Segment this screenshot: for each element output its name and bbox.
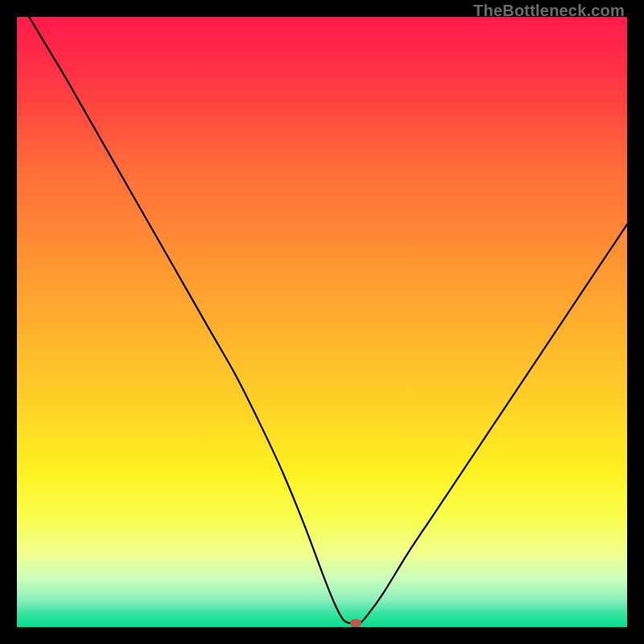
plot-area <box>17 17 627 627</box>
chart-frame: TheBottleneck.com <box>0 0 644 644</box>
svg-rect-0 <box>17 17 627 627</box>
background-gradient <box>17 17 627 627</box>
watermark-text: TheBottleneck.com <box>473 2 625 20</box>
